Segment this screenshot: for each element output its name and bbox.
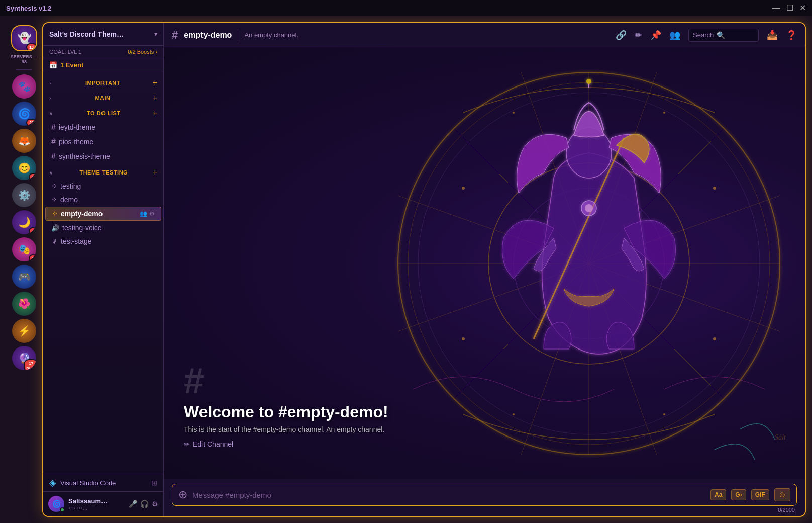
channel-name-stage: test-stage xyxy=(61,237,91,245)
server-header[interactable]: Salt's Discord Them… ▾ xyxy=(43,23,163,46)
server-badge-5: 1 xyxy=(29,173,36,180)
edit-channel-button[interactable]: ✏ Edit Channel xyxy=(184,440,233,448)
user-avatar: 🌀 xyxy=(48,496,64,512)
server-icon-public[interactable]: 👻 11 xyxy=(12,26,36,50)
channel-empty-demo[interactable]: ⁘ empty-demo 👥 ⚙ xyxy=(45,207,161,221)
translate-tool-button[interactable]: G› xyxy=(731,489,746,500)
edit-icon[interactable]: ✏ xyxy=(635,30,642,41)
pin-icon[interactable]: 📌 xyxy=(650,30,661,41)
event-row[interactable]: 📅 1 Event xyxy=(43,58,163,72)
channel-name-demo: demo xyxy=(60,196,78,204)
channel-testing[interactable]: ⁘ testing xyxy=(45,180,161,193)
event-text: 1 Event xyxy=(60,61,83,69)
category-name-testing: THEME TESTING xyxy=(79,169,128,176)
server-icon-5[interactable]: 😊 1 xyxy=(12,156,36,180)
category-todo[interactable]: ∨ TO DO LIST + xyxy=(43,105,163,120)
gif-tool-button[interactable]: GIF xyxy=(751,489,769,500)
channel-name-voice: testing-voice xyxy=(62,224,102,232)
app-title: Synthesis v1.2 xyxy=(6,5,51,12)
svg-point-15 xyxy=(586,79,591,84)
channel-testing-voice[interactable]: 🔊 testing-voice xyxy=(45,221,161,234)
channel-name-pios: pios-theme xyxy=(59,138,93,146)
header-actions: 🔗 ✏ 📌 👥 Search 🔍 📥 ❓ xyxy=(616,29,797,42)
emoji-tool-button[interactable]: ☺ xyxy=(774,488,790,501)
boost-count[interactable]: 0/2 Boosts › xyxy=(128,49,157,55)
server-badge-3: 22 xyxy=(26,119,36,126)
channel-name-ieytd: ieytd-theme xyxy=(59,123,95,131)
category-add-important[interactable]: + xyxy=(153,78,157,88)
category-add-todo[interactable]: + xyxy=(153,109,157,118)
server-icon-11[interactable]: ⚡ xyxy=(12,319,36,343)
font-tool-button[interactable]: Aa xyxy=(710,489,726,500)
welcome-title: Welcome to #empty-demo! xyxy=(184,403,785,421)
channel-hash-icon: # xyxy=(51,137,56,146)
server-icon-3[interactable]: 🌀 22 xyxy=(12,102,36,126)
channel-name-synthesis: synthesis-theme xyxy=(59,152,110,160)
channel-members-icon[interactable]: 👥 xyxy=(140,210,147,217)
close-button[interactable]: ✕ xyxy=(799,4,806,12)
welcome-description: This is the start of the #empty-demo cha… xyxy=(184,425,785,433)
edit-channel-label: Edit Channel xyxy=(193,440,233,448)
search-box[interactable]: Search 🔍 xyxy=(688,29,759,42)
channel-hash-icon: # xyxy=(51,123,56,132)
channel-demo[interactable]: ⁘ demo xyxy=(45,193,161,206)
app-container: 👻 11 SERVERS — 98 🐾 🌀 22 🦊 😊 1 ⚙️ 🌙 7 🎭 … xyxy=(0,16,812,523)
user-actions: 🎤 🎧 ⚙ xyxy=(129,500,158,508)
channel-header-desc: An empty channel. xyxy=(244,31,298,39)
vscode-row[interactable]: ◈ Visual Studio Code ⊞ xyxy=(43,474,163,491)
deafen-button[interactable]: 🎧 xyxy=(140,500,149,508)
settings-button[interactable]: ⚙ xyxy=(152,500,158,508)
message-input-box: ⊕ Aa G› GIF ☺ xyxy=(172,484,797,506)
category-chevron-main: › xyxy=(49,96,51,101)
members-icon[interactable]: 👥 xyxy=(669,30,680,41)
threads-icon[interactable]: 🔗 xyxy=(616,30,627,41)
category-name-todo: TO DO LIST xyxy=(87,110,121,116)
svg-point-23 xyxy=(513,112,515,114)
mute-button[interactable]: 🎤 xyxy=(129,500,137,508)
channel-settings-icon[interactable]: ⚙ xyxy=(149,210,155,217)
server-icon-7[interactable]: 🌙 7 xyxy=(12,210,36,234)
server-badge-new: 17NEW xyxy=(24,359,36,370)
svg-point-18 xyxy=(585,204,593,212)
channel-hash-icon: ⁘ xyxy=(51,182,57,190)
channel-synthesis-theme[interactable]: # synthesis-theme xyxy=(45,149,161,163)
discord-window: Salt's Discord Them… ▾ GOAL: LVL 1 0/2 B… xyxy=(42,22,806,517)
vscode-open-icon[interactable]: ⊞ xyxy=(151,479,157,487)
server-icon-10[interactable]: 🌺 xyxy=(12,292,36,316)
category-main[interactable]: › MAIN + xyxy=(43,90,163,105)
search-icon: 🔍 xyxy=(717,31,725,39)
servers-label: SERVERS — 98 xyxy=(8,54,40,64)
titlebar: Synthesis v1.2 — ☐ ✕ xyxy=(0,0,812,16)
message-add-button[interactable]: ⊕ xyxy=(178,489,187,500)
event-icon: 📅 xyxy=(49,61,57,69)
online-indicator xyxy=(60,507,65,512)
message-input-area: ⊕ Aa G› GIF ☺ 0/2000 xyxy=(164,479,805,516)
category-add-main[interactable]: + xyxy=(153,94,157,103)
server-badge-7: 7 xyxy=(29,227,36,234)
category-theme-testing[interactable]: ∨ THEME TESTING + xyxy=(43,164,163,179)
channel-hash-icon: ⁘ xyxy=(51,196,57,204)
category-important[interactable]: › IMPORTANT + xyxy=(43,74,163,90)
help-icon[interactable]: ❓ xyxy=(786,30,797,41)
server-icon-2[interactable]: 🐾 xyxy=(12,74,36,99)
vscode-label: Visual Studio Code xyxy=(60,479,116,487)
maximize-button[interactable]: ☐ xyxy=(786,4,793,12)
server-icon-8[interactable]: 🎭 1 xyxy=(12,237,36,262)
category-chevron-testing: ∨ xyxy=(49,170,53,176)
server-icon-9[interactable]: 🎮 xyxy=(12,265,36,289)
server-icon-4[interactable]: 🦊 xyxy=(12,129,36,153)
server-icon-12[interactable]: 🔮 17NEW xyxy=(12,346,36,370)
category-chevron-important: › xyxy=(49,80,51,86)
channel-test-stage[interactable]: 🎙 test-stage xyxy=(45,235,161,248)
channel-ieytd-theme[interactable]: # ieytd-theme xyxy=(45,120,161,134)
minimize-button[interactable]: — xyxy=(772,4,780,12)
svg-point-21 xyxy=(462,337,465,340)
category-add-testing[interactable]: + xyxy=(153,168,157,177)
inbox-icon[interactable]: 📥 xyxy=(767,30,778,41)
server-icon-6[interactable]: ⚙️ xyxy=(12,183,36,207)
channel-name-empty-demo: empty-demo xyxy=(61,210,103,218)
message-tools: Aa G› GIF ☺ xyxy=(710,488,790,501)
vscode-icon: ◈ xyxy=(49,477,56,488)
message-input[interactable] xyxy=(192,491,705,499)
channel-pios-theme[interactable]: # pios-theme xyxy=(45,135,161,149)
